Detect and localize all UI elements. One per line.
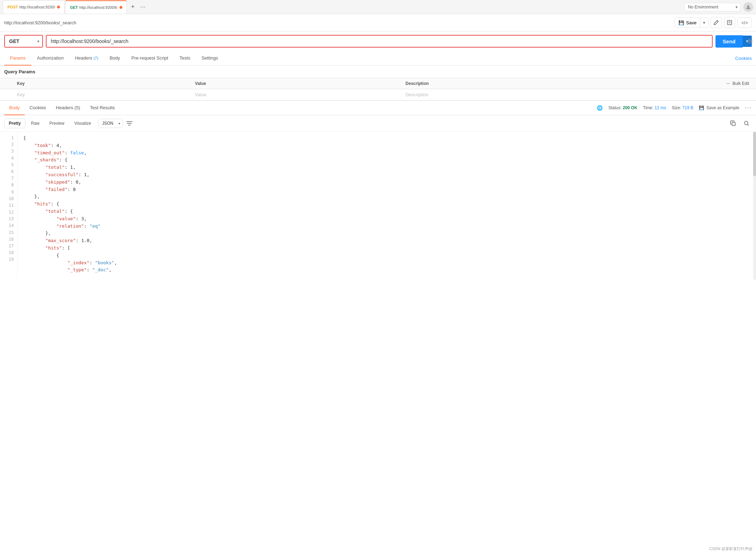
settings-icon-right[interactable] bbox=[747, 38, 753, 45]
format-type-wrapper: JSON XML HTML Text bbox=[98, 119, 123, 128]
code-line-18: "_index": "books", bbox=[23, 259, 750, 267]
code-line-3: "timed_out": false, bbox=[23, 149, 750, 157]
response-status-bar: 🌐 Status: 200 OK Time: 12 ms Size: 719 B… bbox=[597, 105, 752, 111]
response-section: Body Cookies Headers (5) Test Results 🌐 … bbox=[0, 100, 756, 280]
method-select-wrapper: GET POST PUT DELETE PATCH HEAD OPTIONS bbox=[4, 35, 43, 48]
code-line-9: }, bbox=[23, 193, 750, 201]
size-label: Size: 719 B bbox=[672, 105, 693, 110]
code-viewer: 12345 678910 1112131415 16171819 { "took… bbox=[0, 132, 756, 280]
save-dropdown-button[interactable]: ▾ bbox=[700, 18, 708, 27]
scrollbar-track[interactable] bbox=[753, 132, 756, 280]
format-bar-right bbox=[728, 118, 752, 129]
code-line-10: "hits": { bbox=[23, 201, 750, 208]
line-numbers: 12345 678910 1112131415 16171819 bbox=[0, 132, 18, 280]
save-group: 💾 Save ▾ bbox=[675, 18, 709, 28]
code-line-17: { bbox=[23, 252, 750, 259]
environment-selector-wrapper: No Environment Development Production bbox=[684, 3, 740, 11]
copy-button[interactable] bbox=[728, 118, 738, 129]
time-value: 12 ms bbox=[654, 105, 666, 110]
request-tabs-row: Params Authorization Headers (7) Body Pr… bbox=[0, 51, 756, 66]
tab-params[interactable]: Params bbox=[4, 51, 31, 66]
globe-icon: 🌐 bbox=[597, 105, 603, 111]
tab-get-url: http://localhost:9200/b bbox=[79, 5, 117, 10]
response-tab-body[interactable]: Body bbox=[4, 101, 25, 115]
format-tab-raw[interactable]: Raw bbox=[27, 119, 44, 128]
tab-body[interactable]: Body bbox=[104, 51, 126, 66]
tab-settings[interactable]: Settings bbox=[196, 51, 224, 66]
save-label: Save bbox=[686, 20, 697, 25]
size-value: 719 B bbox=[682, 105, 693, 110]
description-input-cell[interactable]: Description bbox=[400, 89, 721, 100]
edit-icon-button[interactable] bbox=[711, 17, 722, 28]
code-line-13: "relation": "eq" bbox=[23, 223, 750, 230]
code-line-11: "total": { bbox=[23, 208, 750, 215]
save-button[interactable]: 💾 Save bbox=[675, 18, 700, 27]
tab-bar-right: No Environment Development Production bbox=[684, 2, 753, 12]
params-empty-row: Key Value Description bbox=[0, 89, 756, 100]
empty-checkbox-cell bbox=[0, 89, 11, 100]
url-actions: 💾 Save ▾ </> bbox=[675, 17, 752, 28]
url-breadcrumb: http://localhost:9200/books/_search bbox=[4, 20, 672, 25]
filter-icon-button[interactable] bbox=[124, 118, 135, 129]
tab-headers[interactable]: Headers (7) bbox=[69, 51, 104, 66]
response-tab-cookies[interactable]: Cookies bbox=[25, 101, 51, 115]
save-icon: 💾 bbox=[678, 20, 684, 25]
tab-tests[interactable]: Tests bbox=[174, 51, 196, 66]
code-line-1: { bbox=[23, 135, 750, 142]
col-checkbox bbox=[0, 78, 11, 89]
more-icon[interactable]: ··· bbox=[726, 81, 730, 86]
response-more-button[interactable]: ··· bbox=[745, 105, 752, 111]
search-button[interactable] bbox=[741, 118, 752, 129]
avatar[interactable] bbox=[743, 2, 753, 12]
tab-get-dot bbox=[119, 6, 122, 9]
tab-get[interactable]: GET http://localhost:9200/b bbox=[65, 0, 127, 14]
format-tab-preview[interactable]: Preview bbox=[45, 119, 69, 128]
environment-select[interactable]: No Environment Development Production bbox=[684, 3, 740, 11]
url-bar: http://localhost:9200/books/_search 💾 Sa… bbox=[0, 14, 756, 31]
code-line-16: "hits": [ bbox=[23, 245, 750, 252]
tab-bar: POST http://localhost:9200/ GET http://l… bbox=[0, 0, 756, 14]
tab-authorization[interactable]: Authorization bbox=[31, 51, 69, 66]
tab-post[interactable]: POST http://localhost:9200/ bbox=[3, 0, 64, 14]
code-line-7: "skipped": 0, bbox=[23, 179, 750, 186]
send-button[interactable]: Send bbox=[715, 35, 743, 48]
code-icon-button[interactable]: </> bbox=[737, 18, 752, 28]
col-actions: ··· Bulk Edit bbox=[721, 78, 756, 89]
response-tab-test-results[interactable]: Test Results bbox=[85, 101, 120, 115]
format-tab-pretty[interactable]: Pretty bbox=[4, 118, 25, 128]
url-input-wrapper bbox=[46, 35, 713, 48]
col-description: Description bbox=[400, 78, 721, 89]
code-brackets-icon: </> bbox=[741, 20, 748, 25]
format-type-select[interactable]: JSON XML HTML Text bbox=[99, 119, 122, 128]
tab-prerequest[interactable]: Pre-request Script bbox=[126, 51, 174, 66]
tab-overflow-button[interactable]: ··· bbox=[138, 3, 148, 11]
request-bar: GET POST PUT DELETE PATCH HEAD OPTIONS S… bbox=[0, 31, 756, 51]
code-content: { "took": 4, "timed_out": false, "_shard… bbox=[18, 132, 756, 280]
url-input[interactable] bbox=[47, 36, 712, 47]
tab-post-url: http://localhost:9200/ bbox=[19, 5, 55, 9]
code-line-19: "_type": "_doc", bbox=[23, 266, 750, 274]
code-line-4: "_shards": { bbox=[23, 156, 750, 164]
scrollbar-thumb[interactable] bbox=[753, 132, 756, 176]
cookies-link[interactable]: Cookies bbox=[735, 56, 752, 61]
save-example-button[interactable]: 💾 Save as Example bbox=[699, 105, 739, 110]
status-label: Status: 200 OK bbox=[608, 105, 637, 110]
code-line-8: "failed": 0 bbox=[23, 186, 750, 193]
save-icon-response: 💾 bbox=[699, 105, 704, 110]
cookies-label[interactable]: Cookies bbox=[735, 56, 752, 61]
row-actions-cell bbox=[721, 89, 756, 100]
tab-post-dot bbox=[57, 6, 60, 8]
format-tab-visualize[interactable]: Visualize bbox=[70, 119, 96, 128]
value-input-cell[interactable]: Value bbox=[189, 89, 400, 100]
col-value: Value bbox=[189, 78, 400, 89]
new-tab-button[interactable]: + bbox=[128, 2, 138, 12]
tab-post-method: POST bbox=[7, 5, 18, 9]
notes-icon-button[interactable] bbox=[724, 17, 735, 28]
code-line-6: "successful": 1, bbox=[23, 171, 750, 179]
response-tab-headers[interactable]: Headers (5) bbox=[51, 101, 85, 115]
bulk-edit-button[interactable]: Bulk Edit bbox=[732, 81, 749, 86]
key-input-cell[interactable]: Key bbox=[11, 89, 189, 100]
code-line-12: "value": 3, bbox=[23, 215, 750, 223]
method-select[interactable]: GET POST PUT DELETE PATCH HEAD OPTIONS bbox=[5, 36, 42, 47]
col-key: Key bbox=[11, 78, 189, 89]
